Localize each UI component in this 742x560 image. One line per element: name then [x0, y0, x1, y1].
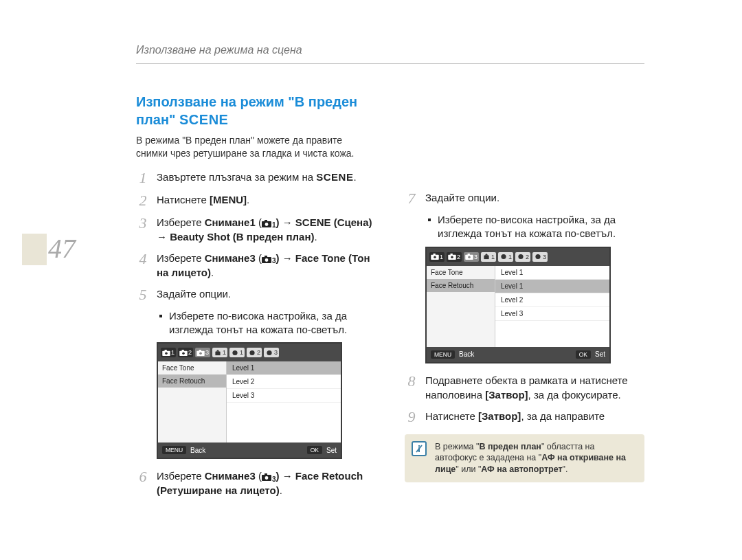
step-text: Изберете	[157, 252, 205, 264]
running-head-rule	[136, 63, 644, 64]
step-text: Натиснете	[425, 410, 478, 422]
step-body: Задайте опции.	[157, 287, 376, 301]
note-text: В режима "	[435, 442, 479, 451]
menu-right-pane: Level 1 Level 1 Level 2 Level 3	[495, 266, 609, 347]
steps-list-left-cont: 6 Изберете Снимане3 (3) → Face Retouch (…	[136, 469, 376, 497]
menu-right-pane: Level 1 Level 2 Level 3	[227, 361, 341, 443]
svg-point-36	[535, 254, 540, 259]
menu-tab[interactable]: 1	[229, 348, 245, 357]
step-4: 4 Изберете Снимане3 (3) → Face Tone (Тон…	[136, 251, 376, 280]
info-icon	[412, 441, 427, 456]
menu-tab[interactable]: 2	[178, 348, 193, 357]
step-3: 3 Изберете Снимане1 (1) → SCENE (Сцена) …	[136, 215, 376, 244]
svg-point-18	[249, 350, 254, 355]
svg-marker-16	[216, 350, 219, 352]
note-text: ".	[563, 464, 568, 474]
menu-option[interactable]: Level 3	[227, 389, 341, 403]
menu-tab[interactable]: 2	[515, 252, 530, 262]
tab-num: 3	[543, 254, 546, 260]
camera-icon: 1	[262, 219, 276, 228]
step-number: 2	[136, 192, 150, 208]
menu-item-face-tone[interactable]: Face Tone	[158, 361, 226, 374]
note-bullet: Изберете по-висока настройка, за да изгл…	[157, 309, 376, 337]
menu-tab[interactable]: 1	[161, 348, 176, 357]
step-body: Изберете Снимане3 (3) → Face Tone (Тон н…	[157, 251, 376, 280]
menu-back-button[interactable]: MENU	[431, 350, 455, 359]
svg-rect-10	[182, 350, 184, 351]
menu-tab[interactable]: 1	[498, 252, 513, 262]
menu-tab[interactable]: 3	[532, 252, 548, 262]
step-text: Изберете	[157, 216, 205, 228]
svg-point-8	[165, 352, 168, 355]
menu-set-label: Set	[326, 447, 337, 454]
note-text: " или "	[456, 464, 481, 474]
menu-tab[interactable]: 1	[481, 252, 496, 262]
menu-option[interactable]: Level 1	[495, 280, 609, 293]
menu-path: ) →	[276, 216, 295, 228]
menu-body: Face Tone Face Retouch Level 1 Level 1 L…	[427, 266, 609, 347]
menu-tab[interactable]: 1	[429, 252, 445, 262]
menu-ok-button[interactable]: OK	[307, 446, 322, 454]
step-body: Задайте опции.	[425, 190, 644, 205]
content-columns: Използване на режим "В преден план" SCEN…	[136, 93, 644, 504]
menu-tab[interactable]: 2	[447, 252, 462, 262]
step-body: Изберете Снимане3 (3) → Face Retouch (Ре…	[157, 469, 376, 497]
menu-back-button[interactable]: MENU	[162, 446, 186, 454]
step-8: 8 Подравнете обекта в рамката и натиснет…	[405, 373, 644, 402]
menu-body: Face Tone Face Retouch Level 1 Level 2 L…	[158, 361, 341, 443]
tab-num: 1	[440, 254, 443, 260]
step-number: 1	[136, 170, 150, 186]
svg-rect-1	[265, 220, 267, 222]
svg-rect-32	[484, 256, 488, 259]
camera-menu-screenshot-2: 1 2 3 1 1 2 3 Face Tone Face Retouch Lev…	[425, 247, 611, 363]
step-text: .	[353, 171, 356, 183]
svg-point-5	[265, 258, 269, 262]
menu-path: Снимане3	[205, 252, 256, 264]
menu-item-face-retouch[interactable]: Face Retouch	[427, 279, 495, 292]
svg-rect-24	[434, 254, 436, 255]
menu-tab[interactable]: 2	[247, 348, 262, 357]
tab-num: 1	[508, 254, 512, 260]
svg-rect-21	[265, 473, 267, 475]
tab-num: 1	[491, 254, 495, 260]
menu-tab-active[interactable]: 3	[195, 348, 210, 357]
camera-sub: 3	[272, 475, 276, 484]
step-2: 2 Натиснете [MENU].	[136, 192, 376, 208]
scene-label: SCENE	[179, 112, 228, 127]
step-text: , за да фокусирате.	[528, 389, 621, 401]
step-5: 5 Задайте опции.	[136, 287, 376, 302]
svg-marker-33	[484, 254, 488, 256]
svg-point-34	[501, 254, 506, 259]
menu-tab-bar: 1 2 3 1 1 2 3	[158, 344, 341, 361]
menu-option[interactable]: Level 2	[495, 293, 609, 307]
menu-key-label: [MENU]	[210, 194, 247, 205]
tab-num: 2	[188, 349, 192, 356]
step-1: 1 Завъртете плъзгача за режим на SCENE.	[136, 170, 376, 186]
menu-option-current: Level 1	[495, 266, 609, 280]
step-number: 5	[136, 287, 150, 302]
menu-footer: MENU Back OK Set	[427, 347, 609, 362]
step-number: 9	[405, 409, 418, 425]
menu-left-pane: Face Tone Face Retouch	[158, 361, 227, 443]
menu-tab[interactable]: 3	[264, 348, 279, 357]
step-number: 8	[405, 373, 418, 389]
menu-item-face-tone[interactable]: Face Tone	[427, 266, 495, 279]
svg-point-25	[434, 256, 436, 259]
step-text: Натиснете	[157, 194, 210, 205]
menu-item-face-retouch[interactable]: Face Retouch	[158, 374, 226, 388]
step-text: , за да направите	[521, 410, 605, 422]
menu-option[interactable]: Level 1	[227, 361, 341, 375]
menu-tab-active[interactable]: 3	[464, 252, 479, 262]
menu-option[interactable]: Level 3	[495, 307, 609, 321]
svg-rect-7	[165, 350, 167, 351]
menu-option[interactable]: Level 2	[227, 375, 341, 389]
page-number: 47	[48, 232, 76, 265]
svg-point-22	[265, 476, 269, 480]
svg-point-11	[182, 352, 185, 355]
menu-ok-button[interactable]: OK	[576, 350, 591, 359]
menu-path: →	[157, 231, 170, 243]
camera-sub: 1	[272, 221, 276, 230]
menu-path: Снимане3	[205, 470, 256, 482]
menu-tab[interactable]: 1	[212, 348, 227, 357]
step-6: 6 Изберете Снимане3 (3) → Face Retouch (…	[136, 469, 376, 497]
